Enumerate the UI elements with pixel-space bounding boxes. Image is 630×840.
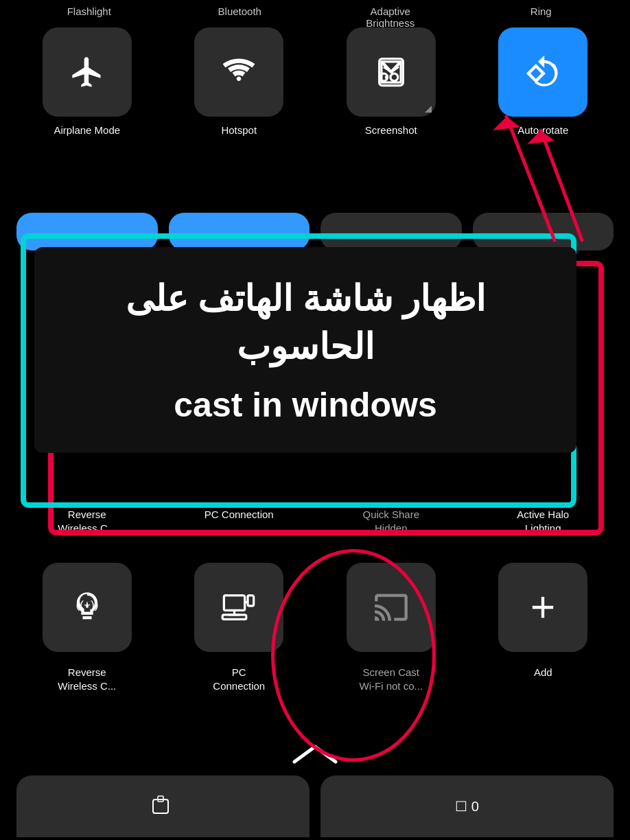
english-text: cast in windows	[69, 384, 542, 425]
airplane-mode-button[interactable]	[43, 27, 132, 117]
label-ring: Ring	[500, 5, 582, 29]
tile-auto-rotate: Auto-rotate	[473, 27, 614, 137]
bottom-left-icon	[150, 793, 177, 820]
screenshot-icon	[373, 54, 409, 90]
label-adaptive-brightness: Adaptive Brightness	[349, 5, 432, 29]
plus-icon	[525, 590, 561, 625]
svg-line-0	[382, 62, 391, 72]
airplane-mode-label: Airplane Mode	[54, 124, 120, 137]
screenshot-button[interactable]	[347, 27, 436, 117]
label-bluetooth: Bluetooth	[198, 5, 281, 29]
tile-pc-connection	[169, 563, 310, 652]
reverse-wireless-bottom-label: ReverseWireless C...	[16, 666, 158, 692]
scroll-up-indicator[interactable]	[288, 741, 342, 775]
svg-text:((+)): ((+))	[75, 598, 98, 611]
pc-connection-icon	[221, 590, 257, 625]
screen-cast-bottom-label: Screen CastWi-Fi not co...	[320, 666, 462, 692]
tile-add	[473, 563, 614, 652]
tile-reverse-wireless: ((+))	[16, 563, 158, 652]
add-button[interactable]	[498, 563, 587, 652]
cast-icon	[373, 590, 409, 625]
hotspot-icon	[221, 54, 257, 90]
row3-bottom-labels: ReverseWireless C... PCConnection Screen…	[0, 666, 630, 692]
tile-screen-cast	[320, 563, 462, 652]
bottom-partial-row: ☐ 0	[0, 775, 630, 837]
auto-rotate-button[interactable]	[498, 27, 587, 117]
airplane-icon	[69, 54, 105, 90]
tile-screenshot: Screenshot	[320, 27, 462, 137]
tile-airplane-mode: Airplane Mode	[16, 27, 158, 137]
add-bottom-label: Add	[473, 666, 614, 692]
bottom-left-button[interactable]	[16, 775, 310, 837]
pc-connection-button[interactable]	[194, 563, 283, 652]
notification-count: ☐ 0	[455, 798, 479, 815]
bottom-right-button[interactable]: ☐ 0	[320, 775, 614, 837]
hotspot-label: Hotspot	[221, 124, 257, 137]
auto-rotate-label: Auto-rotate	[517, 124, 568, 137]
tile-hotspot: Hotspot	[169, 27, 310, 137]
wireless-charge-icon: ((+))	[69, 590, 105, 625]
arabic-text: اظهار شاشة الهاتف على الحاسوب	[69, 275, 542, 371]
row3: ((+))	[0, 563, 630, 652]
svg-line-1	[391, 62, 401, 72]
svg-rect-8	[224, 596, 245, 611]
reverse-wireless-button[interactable]: ((+))	[43, 563, 132, 652]
overlay-card: اظهار شاشة الهاتف على الحاسوب cast in wi…	[34, 247, 576, 453]
svg-rect-9	[248, 596, 254, 606]
screen-cast-button[interactable]	[347, 563, 436, 652]
screenshot-label: Screenshot	[365, 124, 417, 137]
hotspot-button[interactable]	[194, 27, 283, 117]
svg-rect-14	[222, 615, 246, 620]
row1: Airplane Mode Hotspot Screenshot	[0, 27, 630, 137]
pc-connection-bottom-label: PCConnection	[169, 666, 310, 692]
auto-rotate-icon	[525, 54, 561, 90]
label-flashlight: Flashlight	[48, 5, 130, 29]
